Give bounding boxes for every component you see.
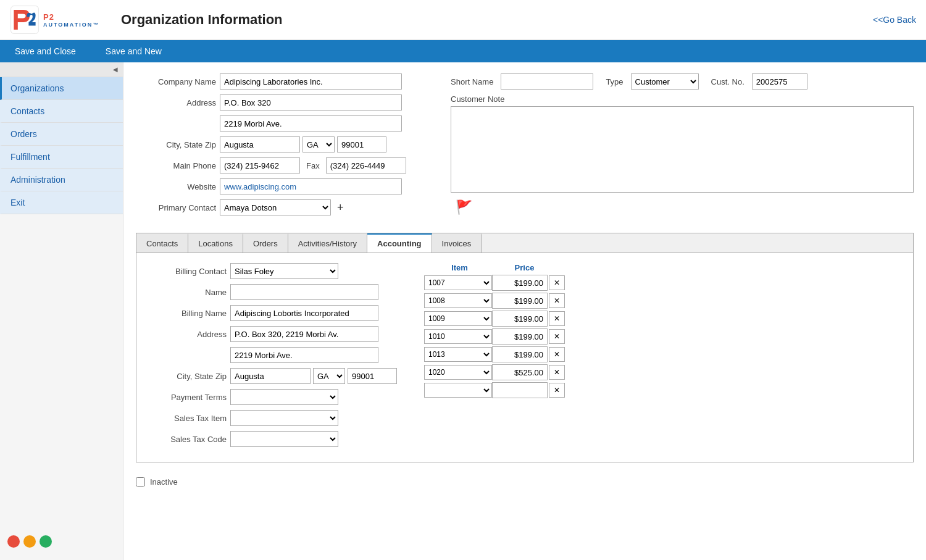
price-row: 1020✕ (424, 364, 903, 380)
price-delete-button[interactable]: ✕ (549, 347, 565, 362)
price-rows-container: 1007✕1008✕1009✕1010✕1013✕1020✕✕ (424, 275, 903, 398)
acc-address1-row: Address (146, 326, 406, 342)
sidebar-item-organizations[interactable]: Organizations (0, 77, 123, 100)
price-value-input[interactable] (492, 346, 548, 362)
price-value-input[interactable] (492, 382, 548, 398)
sidebar-item-exit[interactable]: Exit (0, 191, 123, 214)
price-item-select[interactable]: 1010 (424, 329, 492, 344)
price-delete-button[interactable]: ✕ (549, 311, 565, 326)
billing-name-input[interactable] (230, 305, 378, 321)
price-row: 1008✕ (424, 293, 903, 309)
website-input[interactable] (220, 178, 402, 194)
billing-name-row: Billing Name (146, 305, 406, 321)
payment-terms-row: Payment Terms (146, 389, 406, 405)
main-phone-input[interactable] (220, 157, 300, 173)
billing-name-label: Billing Name (146, 309, 227, 318)
logo-area: P2 AUTOMATION™ (10, 5, 121, 35)
price-item-select[interactable]: 1008 (424, 293, 492, 308)
tab-orders[interactable]: Orders (243, 233, 288, 253)
acc-state-select[interactable]: ALAKAZARCACOCTDEFLGAHIIDILINIAKSKYLAMEMD… (313, 368, 345, 384)
billing-contact-select[interactable]: Silas Foley (230, 263, 338, 279)
price-item-select[interactable]: 1007 (424, 275, 492, 290)
price-delete-button[interactable]: ✕ (549, 365, 565, 380)
accounting-tab-content: Billing Contact Silas Foley Name Billing… (136, 253, 913, 462)
accounting-right: Item Price 1007✕1008✕1009✕1010✕1013✕1020… (424, 263, 903, 452)
sidebar-item-fulfillment[interactable]: Fulfillment (0, 146, 123, 169)
price-value-input[interactable] (492, 328, 548, 345)
city-state-zip-inputs: ALAKAZARCACOCTDEFLGAHIIDILINIAKSKYLAMEMD… (220, 136, 386, 153)
customer-note-textarea[interactable] (451, 106, 914, 193)
tab-invoices[interactable]: Invoices (432, 233, 482, 253)
sidebar: ◄ Organizations Contacts Orders Fulfillm… (0, 62, 123, 560)
tab-accounting[interactable]: Accounting (367, 233, 432, 253)
address2-row (136, 115, 432, 132)
payment-terms-select[interactable] (230, 389, 338, 405)
price-delete-button[interactable]: ✕ (549, 275, 565, 290)
address1-input[interactable] (220, 94, 402, 111)
sidebar-label-administration: Administration (10, 175, 65, 185)
bottom-row: Inactive (136, 472, 914, 487)
price-item-select[interactable]: 1013 (424, 347, 492, 362)
price-delete-button[interactable]: ✕ (549, 383, 565, 398)
sidebar-item-orders[interactable]: Orders (0, 123, 123, 146)
accounting-left: Billing Contact Silas Foley Name Billing… (146, 263, 406, 452)
price-value-input[interactable] (492, 275, 548, 291)
traffic-lights (7, 535, 52, 548)
city-state-zip-row: City, State Zip ALAKAZARCACOCTDEFLGAHIID… (136, 136, 432, 153)
acc-address1-input[interactable] (230, 326, 378, 342)
inactive-checkbox[interactable] (136, 477, 145, 487)
cust-no-label: Cust. No. (711, 77, 745, 86)
tab-activities[interactable]: Activities/History (288, 233, 367, 253)
cust-no-input[interactable] (752, 73, 807, 90)
sales-tax-item-select[interactable] (230, 410, 338, 426)
acc-city-state-zip: ALAKAZARCACOCTDEFLGAHIIDILINIAKSKYLAMEMD… (230, 368, 397, 384)
sidebar-item-contacts[interactable]: Contacts (0, 100, 123, 123)
price-col-header: Price (495, 263, 554, 272)
page-title: Organization Information (121, 12, 873, 28)
header: P2 AUTOMATION™ Organization Information … (0, 0, 926, 40)
sales-tax-item-label: Sales Tax Item (146, 414, 227, 423)
short-name-input[interactable] (501, 73, 593, 90)
sidebar-label-orders: Orders (10, 129, 37, 139)
price-delete-button[interactable]: ✕ (549, 329, 565, 344)
state-select[interactable]: ALAKAZARCACOCTDEFLGAHIIDILINIAKSKYLAMEMD… (302, 136, 335, 153)
sales-tax-item-row: Sales Tax Item (146, 410, 406, 426)
sales-tax-code-select[interactable] (230, 431, 338, 447)
type-select[interactable]: Customer Vendor Prospect (631, 73, 699, 90)
price-item-select[interactable] (424, 383, 492, 398)
acc-address2-input[interactable] (230, 347, 378, 363)
address1-row: Address (136, 94, 432, 111)
go-back-link[interactable]: <<Go Back (873, 15, 916, 25)
price-row: 1013✕ (424, 346, 903, 362)
price-delete-button[interactable]: ✕ (549, 293, 565, 308)
price-item-select[interactable]: 1009 (424, 311, 492, 326)
primary-contact-select[interactable]: Amaya Dotson (220, 199, 331, 215)
price-item-select[interactable]: 1020 (424, 365, 492, 380)
company-name-input[interactable] (220, 73, 402, 90)
acc-zip-input[interactable] (348, 368, 397, 384)
right-header-row: Short Name Type Customer Vendor Prospect… (451, 73, 914, 90)
price-value-input[interactable] (492, 311, 548, 327)
fax-input[interactable] (326, 157, 406, 173)
logo-text: P2 AUTOMATION™ (43, 12, 99, 28)
acc-name-input[interactable] (230, 284, 378, 300)
address2-input[interactable] (220, 115, 402, 132)
price-value-input[interactable] (492, 364, 548, 380)
acc-city-input[interactable] (230, 368, 311, 384)
add-contact-button[interactable]: + (335, 201, 346, 214)
zip-input[interactable] (337, 136, 386, 153)
flag-icon: 🚩 (456, 199, 472, 215)
address-label: Address (136, 98, 216, 107)
sidebar-collapse-button[interactable]: ◄ (0, 62, 123, 77)
phone-fax-row: Main Phone Fax (136, 157, 432, 173)
save-and-new-button[interactable]: Save and New (91, 40, 177, 62)
tabs-header: Contacts Locations Orders Activities/His… (136, 233, 913, 253)
tab-locations[interactable]: Locations (188, 233, 243, 253)
save-and-close-button[interactable]: Save and Close (0, 40, 91, 62)
tab-contacts[interactable]: Contacts (136, 233, 188, 253)
price-value-input[interactable] (492, 293, 548, 309)
city-input[interactable] (220, 136, 300, 153)
website-row: Website (136, 178, 432, 194)
form-right: Short Name Type Customer Vendor Prospect… (451, 73, 914, 220)
sidebar-item-administration[interactable]: Administration (0, 169, 123, 191)
